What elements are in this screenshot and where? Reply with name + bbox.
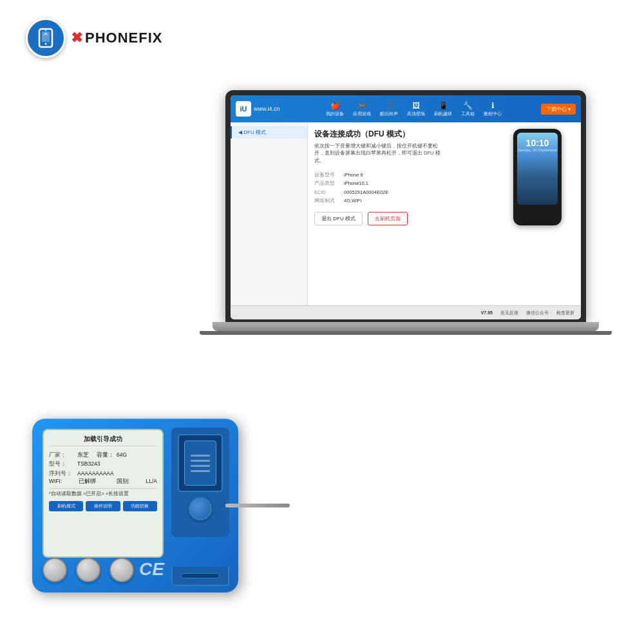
version-label: V7.95 — [481, 310, 493, 315]
phone-body: 10:10 Sunday, 10 September — [513, 129, 562, 225]
sidebar-dfu[interactable]: ◀ DFU 模式 — [231, 126, 307, 138]
usb-cable — [225, 504, 290, 507]
device-handle — [171, 567, 229, 586]
device-lcd-buttons: 刷机模式 操作说明 功能切换 — [49, 501, 157, 511]
value-product: iPhone10,1 — [344, 179, 368, 188]
content-area: iU www.i4.cn 🍎 我的设备 🎮 应用游戏 — [32, 90, 612, 605]
value-ecid: 0005291A0004E02E — [344, 188, 388, 197]
label-product: 产品类型 — [314, 179, 340, 188]
device-circle-button[interactable] — [189, 497, 212, 520]
nav-label-ringtone: 酷玩铃声 — [380, 111, 398, 117]
nav-item-ringtone[interactable]: 🎵 酷玩铃声 — [376, 100, 402, 118]
app-content: ◀ DFU 模式 设备连接成功（DFU 模式） 依次按一下音量增大键和减小键后，… — [231, 122, 581, 305]
nav-item-tutorial[interactable]: ℹ 教程中心 — [480, 100, 506, 118]
phone-icon — [34, 26, 57, 50]
slot-lines — [191, 455, 210, 472]
nav-label-games: 应用游戏 — [353, 111, 371, 117]
nav-item-tools[interactable]: 🔧 工具箱 — [457, 100, 478, 118]
value-model: iPhone 8 — [344, 171, 363, 180]
wechat-link[interactable]: 微信公众号 — [526, 310, 549, 316]
app-ui: iU www.i4.cn 🍎 我的设备 🎮 应用游戏 — [231, 95, 581, 319]
slot-line-1 — [191, 455, 210, 457]
main-container: ✖ PHONEFIX iU www.i4.cn — [0, 0, 644, 644]
label-model: 设备型号 — [314, 171, 340, 180]
dfu-description: 依次按一下音量增大键和减小键后，按住开机键不要松开，直到设备屏幕出现白苹果再松开… — [314, 142, 443, 164]
nav-label-wallpaper: 高清壁纸 — [407, 111, 425, 117]
wifi-value: 已解绑 — [79, 478, 96, 486]
svg-point-2 — [45, 43, 47, 45]
slot-line-2 — [191, 460, 210, 462]
device-model-label: 型号： — [49, 459, 75, 468]
laptop-screen-inner: iU www.i4.cn 🍎 我的设备 🎮 应用游戏 — [231, 95, 581, 319]
apple-icon: 🍎 — [330, 101, 340, 110]
nav-label-device: 我的设备 — [326, 111, 344, 117]
nav-label-flash: 刷机越狱 — [434, 111, 452, 117]
slot-line-4 — [191, 470, 210, 472]
value-network: 4G,WiFi — [344, 196, 361, 205]
serial-value: AAAAAAAAAA — [77, 469, 114, 478]
nav-item-flash[interactable]: 📱 刷机越狱 — [430, 100, 456, 118]
download-button[interactable]: 下载中心 ▾ — [541, 104, 576, 115]
nav-label-tutorial: 教程中心 — [484, 111, 502, 117]
operation-guide-button[interactable]: 操作说明 — [86, 501, 120, 511]
ce-mark: CE — [139, 559, 164, 580]
wifi-label: WIFI: — [49, 478, 62, 486]
label-network: 网络制式 — [314, 196, 340, 205]
brand-x-icon: ✖ — [71, 30, 82, 46]
flash-icon: 📱 — [439, 101, 448, 110]
nav-label-tools: 工具箱 — [461, 111, 475, 117]
manufacturer-value: 东芝 — [77, 450, 89, 459]
device-wifi-row: WIFI: 已解绑 国别: LL/A — [49, 478, 157, 486]
device-auto-row: *自动读取数据 <已开启> <长按设置 — [49, 488, 157, 497]
phone-date: Sunday, 10 September — [517, 148, 558, 152]
exit-dfu-button[interactable]: 退出 DFU 模式 — [314, 212, 363, 225]
nav-item-games[interactable]: 🎮 应用游戏 — [349, 100, 375, 118]
laptop: iU www.i4.cn 🍎 我的设备 🎮 应用游戏 — [225, 90, 586, 335]
device-model-row: 型号： TSB3243 — [49, 459, 157, 468]
update-link[interactable]: 检查更新 — [556, 310, 574, 316]
device-slot-inner — [184, 440, 216, 486]
phone-screen: 10:10 Sunday, 10 September — [517, 133, 558, 205]
games-icon: 🎮 — [357, 101, 367, 110]
go-home-button[interactable]: 去刷机页面 — [368, 212, 408, 225]
wallpaper-icon: 🖼 — [412, 101, 420, 110]
svg-point-3 — [45, 30, 46, 31]
tools-icon: 🔧 — [463, 101, 473, 110]
app-sidebar: ◀ DFU 模式 — [231, 122, 308, 305]
device-bottom-buttons — [43, 558, 134, 582]
music-icon: 🎵 — [384, 101, 394, 110]
logo-circle — [26, 18, 66, 58]
laptop-screen-outer: iU www.i4.cn 🍎 我的设备 🎮 应用游戏 — [225, 90, 586, 322]
nav-item-device[interactable]: 🍎 我的设备 — [322, 100, 348, 118]
nav-item-wallpaper[interactable]: 🖼 高清壁纸 — [403, 100, 429, 118]
app-main: 设备连接成功（DFU 模式） 依次按一下音量增大键和减小键后，按住开机键不要松开… — [308, 122, 581, 305]
app-nav: 🍎 我的设备 🎮 应用游戏 🎵 酷玩铃声 — [290, 100, 538, 118]
device-handle-bar — [181, 573, 220, 578]
app-logo-area: iU www.i4.cn — [236, 101, 287, 117]
laptop-base-bottom — [200, 331, 612, 335]
round-button-3[interactable] — [109, 558, 134, 582]
device-chip-slot — [178, 434, 223, 492]
capacity-value: 64G — [117, 450, 127, 459]
round-button-1[interactable] — [43, 558, 67, 582]
flash-mode-button[interactable]: 刷机模式 — [49, 501, 83, 511]
manufacturer-label: 厂家： — [49, 450, 75, 459]
blue-programmer: 加载引导成功 厂家： 东芝 容量： 64G 型号： TSB3243 序列号： A… — [32, 419, 238, 592]
info-icon: ℹ — [491, 101, 495, 110]
brand-name-container: ✖ PHONEFIX — [71, 30, 162, 46]
round-button-2[interactable] — [76, 558, 100, 582]
laptop-base — [213, 322, 599, 331]
device-slot-panel — [171, 428, 229, 537]
app-header: iU www.i4.cn 🍎 我的设备 🎮 应用游戏 — [231, 95, 581, 122]
function-switch-button[interactable]: 功能切换 — [123, 501, 157, 511]
device-manufacturer-row: 厂家： 东芝 容量： 64G — [49, 450, 157, 459]
brand-name-text: PHONEFIX — [85, 30, 162, 46]
region-value: LL/A — [146, 478, 157, 486]
label-ecid: ECID — [314, 188, 340, 197]
feedback-link[interactable]: 意见反馈 — [500, 310, 518, 316]
app-logo-box: iU — [236, 101, 251, 117]
phone-time: 10:10 — [517, 133, 558, 148]
phone-preview: 10:10 Sunday, 10 September — [513, 129, 562, 225]
capacity-label: 容量： — [97, 450, 114, 459]
device-lcd-title: 加载引导成功 — [49, 435, 157, 446]
